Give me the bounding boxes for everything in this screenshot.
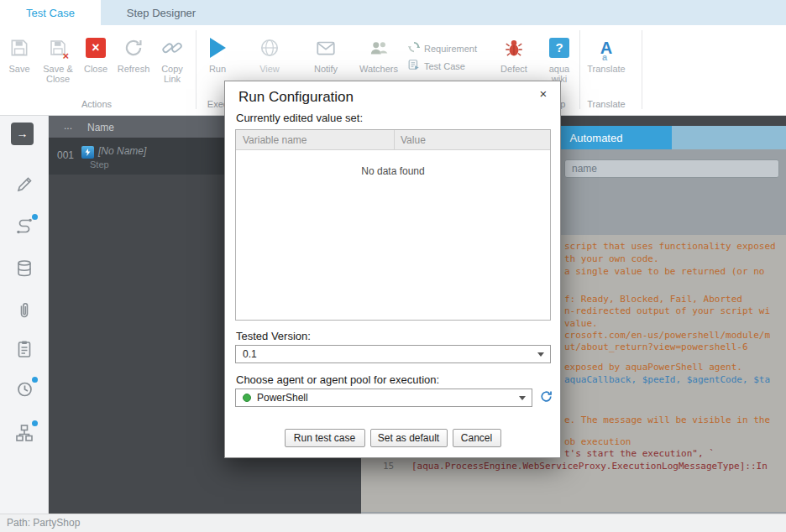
refresh-icon — [123, 32, 144, 64]
arrow-right-icon: → — [17, 127, 29, 140]
watchers-button[interactable]: Watchers — [356, 32, 401, 74]
group-label-actions: Actions — [66, 99, 128, 109]
link-buttons-group: Requirement Test Case — [408, 32, 495, 75]
close-button[interactable]: × Close — [79, 32, 113, 74]
sidebar-item-attachments[interactable] — [14, 300, 34, 321]
status-bar: Path: PartyShop — [0, 514, 786, 532]
translate-label: Translate — [587, 64, 625, 74]
sidebar-item-history[interactable] — [14, 379, 34, 399]
app-window: Test Case Step Designer Save × Save &Clo… — [0, 0, 786, 532]
aqua-wiki-icon: ? — [549, 32, 569, 64]
tab-step-designer-label: Step Designer — [127, 7, 196, 19]
sidebar-item-data[interactable] — [14, 258, 34, 279]
refresh-agents-button[interactable] — [539, 389, 554, 404]
run-configuration-dialog: Run Configuration × Currently edited val… — [224, 81, 561, 458]
document-tab-bar: Test Case Step Designer — [0, 0, 786, 25]
column-name-header: Name — [87, 122, 114, 133]
test-case-button[interactable]: Test Case — [408, 57, 495, 75]
tab-step-designer[interactable]: Step Designer — [101, 0, 222, 25]
defect-button[interactable]: Defect — [495, 32, 532, 74]
left-sidebar: → — [0, 116, 49, 514]
view-icon — [259, 32, 280, 64]
code-line: f: Ready, Blocked, Fail, Aborted — [564, 294, 742, 305]
cancel-button[interactable]: Cancel — [453, 429, 501, 447]
requirement-button[interactable]: Requirement — [408, 39, 495, 57]
variable-name-column-header: Variable name — [243, 134, 307, 146]
agent-dropdown[interactable]: PowerShell — [235, 389, 532, 407]
script-name-field[interactable]: name — [564, 159, 779, 178]
watchers-label: Watchers — [359, 64, 398, 74]
group-label-translate: Translate — [578, 99, 635, 109]
dialog-button-row: Run test case Set as default Cancel — [225, 429, 560, 447]
tab-test-case-label: Test Case — [26, 7, 75, 19]
code-line: n-redirected output of your script wi — [564, 305, 770, 316]
close-icon: × — [86, 32, 106, 64]
breadcrumb-path: Path: PartyShop — [7, 517, 80, 529]
defect-label: Defect — [500, 64, 527, 74]
code-line: th your own code. — [564, 253, 659, 264]
set-as-default-button[interactable]: Set as default — [370, 429, 448, 447]
tested-version-dropdown[interactable]: 0.1 — [235, 345, 551, 363]
column-icon-header: ... — [64, 120, 72, 132]
notify-button[interactable]: Notify — [307, 32, 344, 74]
code-line: a single value to be returned (or no — [564, 266, 764, 277]
steps-flow-icon — [14, 216, 34, 237]
save-button[interactable]: Save — [2, 32, 37, 74]
save-and-close-button[interactable]: × Save &Close — [39, 32, 77, 84]
run-button[interactable]: Run — [200, 32, 235, 74]
column-divider — [394, 130, 395, 150]
chevron-down-icon — [537, 352, 544, 357]
watchers-icon — [368, 32, 390, 64]
database-icon — [14, 258, 34, 279]
save-label: Save — [8, 64, 29, 74]
history-clock-icon — [14, 379, 34, 399]
tested-version-value: 0.1 — [243, 346, 257, 362]
requirement-label: Requirement — [424, 44, 477, 54]
copy-link-button[interactable]: CopyLink — [155, 32, 190, 84]
tab-strip-extension — [672, 126, 786, 149]
notification-dot — [32, 214, 38, 220]
dialog-close-icon[interactable]: × — [536, 86, 551, 102]
agent-value: PowerShell — [257, 389, 308, 406]
value-set-grid-header: Variable name Value — [236, 130, 550, 150]
clipboard-icon — [14, 339, 34, 359]
step-type: Step — [90, 159, 109, 170]
code-line: t's start the execution", ` — [564, 448, 715, 459]
value-set-label: Currently edited value set: — [236, 112, 363, 124]
code-line: exposed by aquaPowerShell agent. — [564, 362, 742, 373]
translate-icon: A a — [600, 32, 612, 64]
notification-dot — [32, 420, 38, 426]
code-line: e. The message will be visible in the — [564, 415, 770, 425]
code-line: 15 — [383, 461, 394, 472]
script-name-text: name — [572, 163, 597, 175]
run-test-case-button[interactable]: Run test case — [285, 429, 365, 447]
paperclip-icon — [14, 300, 34, 321]
sidebar-item-dependencies[interactable] — [14, 423, 34, 443]
tested-version-label: Tested Version: — [236, 330, 311, 342]
collapse-sidebar-button[interactable]: → — [11, 123, 34, 145]
view-button[interactable]: View — [252, 32, 287, 74]
aqua-wiki-button[interactable]: ? aquawiki — [541, 32, 578, 84]
ribbon-separator — [579, 30, 580, 109]
step-number: 001 — [57, 149, 74, 161]
sidebar-item-tasks[interactable] — [14, 339, 34, 359]
translate-button[interactable]: A a Translate — [586, 32, 626, 74]
close-label: Close — [84, 64, 107, 74]
chevron-down-icon — [519, 396, 526, 400]
sitemap-icon — [14, 423, 34, 443]
copy-link-icon — [161, 32, 183, 64]
step-name: [No Name] — [98, 145, 146, 157]
sidebar-item-edit[interactable] — [14, 175, 34, 195]
value-set-grid: Variable name Value No data found — [235, 129, 551, 321]
save-and-close-label: Save &Close — [43, 64, 72, 84]
refresh-button[interactable]: Refresh — [114, 32, 153, 74]
refresh-label: Refresh — [118, 64, 150, 74]
code-line: value. — [564, 318, 598, 329]
ribbon-separator — [196, 30, 196, 109]
red-x-overlay-icon: × — [62, 50, 69, 62]
sidebar-item-steps[interactable] — [14, 216, 34, 237]
code-line: [aqua.ProcessEngine.WebServiceProxy.Exec… — [411, 461, 768, 472]
tab-test-case[interactable]: Test Case — [0, 0, 101, 25]
code-line: ob execution — [564, 436, 631, 447]
requirement-icon — [408, 41, 420, 56]
